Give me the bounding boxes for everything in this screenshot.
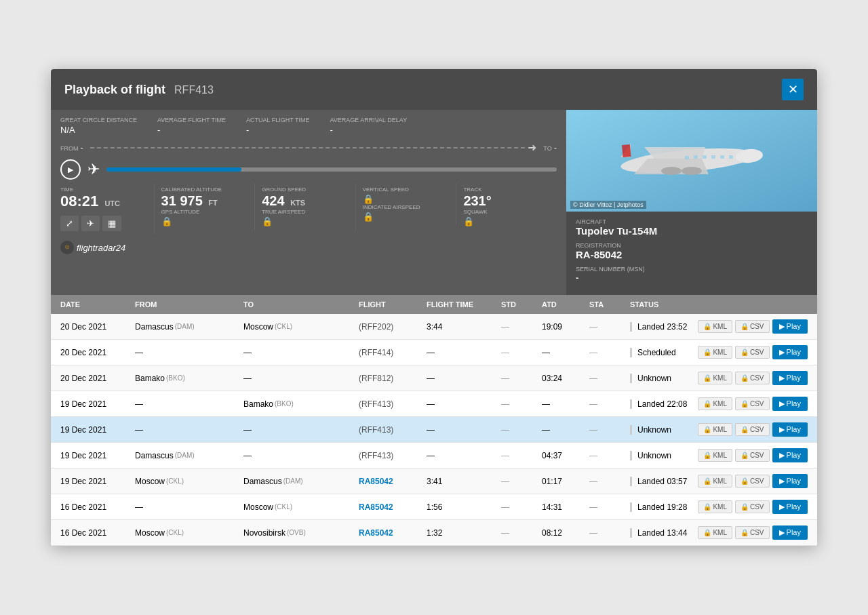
flight-id: (RFF413)	[359, 399, 393, 409]
cell-flight: RA85042	[359, 477, 427, 486]
cell-std: —	[501, 477, 542, 486]
kml-button[interactable]: 🔒 KML	[698, 397, 732, 410]
table-row: 20 Dec 2021 Damascus (DAM) Moscow (CKL) …	[51, 314, 817, 340]
cell-flight-time: —	[427, 451, 501, 460]
play-button[interactable]: ▶ Play	[772, 319, 808, 334]
kml-button[interactable]: 🔒 KML	[698, 449, 732, 462]
cell-sta: —	[589, 374, 630, 383]
csv-lock-icon: 🔒	[741, 400, 749, 408]
cell-to: Damascus (DAM)	[243, 477, 359, 486]
gps-alt-lock-icon: 🔒	[161, 216, 248, 226]
modal: Playback of flight RFF413 ✕ GREAT CIRCLE…	[51, 69, 817, 546]
play-button[interactable]: ▶ Play	[772, 474, 808, 488]
table-row: 19 Dec 2021 Moscow (CKL) Damascus (DAM) …	[51, 469, 817, 494]
fr24-logo: ⦾ flightradar24	[60, 241, 557, 254]
gs-value: 424 KTS	[262, 193, 305, 208]
status-text: Unknown	[637, 451, 671, 460]
plane-icon: ✈	[87, 161, 100, 178]
great-circle-distance: GREAT CIRCLE DISTANCE N/A	[60, 117, 137, 136]
flight-link[interactable]: RA85042	[359, 477, 393, 486]
status-cell: Landed 19:28	[630, 502, 687, 512]
kml-button[interactable]: 🔒 KML	[698, 346, 732, 359]
track-group: TRACK 231° SQUAWK 🔒	[456, 184, 557, 229]
cell-date: 19 Dec 2021	[60, 399, 135, 409]
cell-status-container: Landed 23:52 🔒 KML 🔒 CSV ▶ Play	[630, 319, 808, 334]
kml-button[interactable]: 🔒 KML	[698, 475, 732, 488]
cell-from: Bamako (BKO)	[135, 374, 243, 383]
cell-flight: (RFF202)	[359, 322, 427, 332]
kml-button[interactable]: 🔒 KML	[698, 526, 732, 539]
from-label: FROM	[60, 145, 79, 152]
telemetry-row: TIME 08:21 UTC ⤢ ✈ ▦ CALIBRATED ALTITUDE…	[60, 184, 557, 234]
csv-button[interactable]: 🔒 CSV	[735, 475, 770, 488]
cell-to: —	[243, 425, 359, 435]
status-text: Landed 13:44	[637, 528, 687, 538]
play-button[interactable]: ▶ Play	[772, 525, 808, 540]
csv-lock-icon: 🔒	[741, 503, 749, 511]
play-button[interactable]: ▶ Play	[772, 422, 808, 437]
cell-date: 19 Dec 2021	[60, 425, 135, 435]
action-cell: 🔒 KML 🔒 CSV ▶ Play	[698, 397, 808, 411]
table-row: 20 Dec 2021 Bamako (BKO) — (RFF812) — — …	[51, 365, 817, 391]
kml-button[interactable]: 🔒 KML	[698, 500, 732, 513]
csv-button[interactable]: 🔒 CSV	[735, 449, 770, 462]
csv-button[interactable]: 🔒 CSV	[735, 320, 770, 333]
col-atd: ATD	[542, 300, 589, 309]
flight-id: (RFF812)	[359, 374, 393, 383]
cell-date: 16 Dec 2021	[60, 502, 135, 512]
cell-sta: —	[589, 399, 630, 409]
csv-button[interactable]: 🔒 CSV	[735, 372, 770, 384]
csv-button[interactable]: 🔒 CSV	[735, 526, 770, 539]
csv-button[interactable]: 🔒 CSV	[735, 423, 770, 436]
time-group: TIME 08:21 UTC ⤢ ✈ ▦	[60, 184, 155, 234]
csv-button[interactable]: 🔒 CSV	[735, 397, 770, 410]
col-date: DATE	[60, 300, 135, 309]
aircraft-name: Tupolev Tu-154M	[576, 225, 808, 237]
flight-link[interactable]: RA85042	[359, 502, 393, 512]
cell-from: —	[135, 348, 243, 357]
cell-atd: 19:09	[542, 322, 589, 332]
cell-flight: (RFF413)	[359, 399, 427, 409]
kml-lock-icon: 🔒	[703, 374, 711, 382]
time-value: 08:21 UTC	[60, 193, 120, 210]
kml-button[interactable]: 🔒 KML	[698, 372, 732, 384]
cell-from: Damascus (DAM)	[135, 451, 243, 460]
action-cell: 🔒 KML 🔒 CSV ▶ Play	[698, 525, 808, 540]
csv-button[interactable]: 🔒 CSV	[735, 346, 770, 359]
status-cell: Unknown	[630, 451, 671, 460]
to-section: TO -	[543, 143, 557, 153]
kml-button[interactable]: 🔒 KML	[698, 320, 732, 333]
track-label: TRACK	[463, 186, 550, 193]
progress-bar[interactable]	[106, 167, 557, 172]
play-button[interactable]: ▶ Play	[772, 397, 808, 411]
flights-table: DATE FROM TO FLIGHT FLIGHT TIME STD ATD …	[51, 295, 817, 546]
svg-point-7	[682, 167, 702, 175]
flight-link[interactable]: RA85042	[359, 528, 393, 538]
progress-fill	[106, 167, 241, 172]
cell-flight: (RFF413)	[359, 425, 427, 435]
aircraft-panel: © Didier Vittoz | Jetphotos AIRCRAFT Tup…	[566, 110, 817, 295]
cell-flight-time: —	[427, 425, 501, 435]
cal-alt-label: CALIBRATED ALTITUDE	[161, 186, 248, 193]
kml-button[interactable]: 🔒 KML	[698, 423, 732, 436]
play-button[interactable]: ▶ Play	[772, 371, 808, 385]
play-pause-button[interactable]: ▶	[60, 159, 81, 180]
flight-id: (RFF202)	[359, 322, 393, 332]
play-button[interactable]: ▶ Play	[772, 448, 808, 462]
cell-sta: —	[589, 477, 630, 486]
top-section: GREAT CIRCLE DISTANCE N/A AVERAGE FLIGHT…	[51, 110, 817, 295]
squawk-label: SQUAWK	[463, 209, 550, 215]
route-button[interactable]: ✈	[81, 216, 100, 231]
from-section: FROM -	[60, 143, 83, 153]
close-button[interactable]: ✕	[782, 79, 804, 100]
action-cell: 🔒 KML 🔒 CSV ▶ Play	[698, 500, 808, 514]
expand-button[interactable]: ⤢	[60, 216, 79, 231]
csv-button[interactable]: 🔒 CSV	[735, 500, 770, 513]
cell-sta: —	[589, 425, 630, 435]
cell-to: Moscow (CKL)	[243, 502, 359, 512]
kml-lock-icon: 🔒	[703, 323, 711, 330]
status-text: Landed 22:08	[637, 399, 687, 409]
play-button[interactable]: ▶ Play	[772, 345, 808, 359]
chart-button[interactable]: ▦	[102, 216, 121, 231]
play-button[interactable]: ▶ Play	[772, 500, 808, 514]
